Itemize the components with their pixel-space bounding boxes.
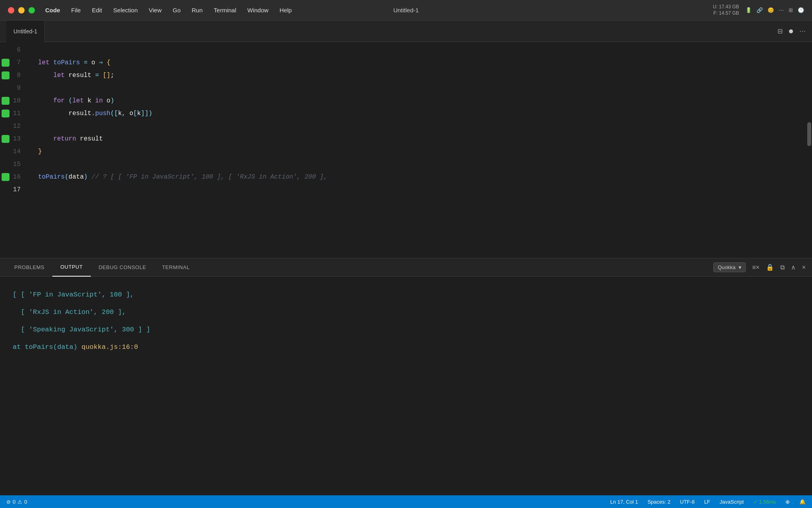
tab-debug-console[interactable]: DEBUG CONSOLE: [91, 258, 154, 277]
clock-icon[interactable]: 🕐: [798, 7, 804, 13]
menu-selection[interactable]: Selection: [113, 7, 138, 13]
cursor-position[interactable]: Ln 17, Col 1: [610, 499, 638, 505]
close-panel-icon[interactable]: ×: [802, 264, 806, 271]
menu-edit[interactable]: Edit: [92, 7, 102, 13]
panel-tab-actions: Quokka ▾ ≡× 🔒 ⧉ ∧ ×: [713, 262, 806, 272]
menu-help[interactable]: Help: [280, 7, 292, 13]
warning-icon: ⚠: [17, 499, 22, 505]
output-panel: PROBLEMS OUTPUT DEBUG CONSOLE TERMINAL Q…: [0, 258, 812, 366]
indentation[interactable]: Spaces: 2: [647, 499, 670, 505]
system-info: U: 17.43 GB F: 14.57 GB: [713, 4, 739, 16]
menu-code[interactable]: Code: [45, 7, 60, 13]
collapse-panel-icon[interactable]: ∧: [791, 264, 796, 271]
more-icon[interactable]: ⋯: [779, 7, 784, 13]
remote-icon[interactable]: ⊕: [785, 499, 790, 505]
line-number-6: 6: [10, 46, 25, 54]
output-content: [ [ 'FP in JavaScript', 100 ], [ 'RxJS i…: [0, 277, 812, 366]
menu-window[interactable]: Window: [247, 7, 268, 13]
tab-label: Untitled-1: [13, 28, 37, 35]
menu-run[interactable]: Run: [192, 7, 203, 13]
status-errors[interactable]: ⊘ 0 ⚠ 0: [6, 499, 27, 505]
line-number-12: 12: [10, 123, 25, 130]
editor-scrollbar[interactable]: [806, 42, 812, 258]
error-icon: ⊘: [6, 499, 11, 505]
breakpoint-8[interactable]: [2, 71, 10, 79]
gutter-row-9: 9: [0, 82, 35, 94]
code-line-6: [35, 44, 812, 56]
breakpoint-13[interactable]: [2, 135, 10, 143]
quokka-time: ✓ 1.56ms: [753, 499, 776, 505]
code-editor[interactable]: let toPairs = o ⇒ { let result = []; for…: [35, 42, 812, 258]
more-actions-icon[interactable]: ⋯: [799, 27, 806, 35]
gutter-row-8: 8: [0, 69, 35, 82]
line-number-10: 10: [10, 97, 25, 104]
menu-go[interactable]: Go: [173, 7, 181, 13]
editor-gutter: 6 7 8 9 10 11 12: [0, 42, 35, 258]
breakpoint-10[interactable]: [2, 97, 10, 105]
gutter-row-12: 12: [0, 120, 35, 133]
titlebar: Code File Edit Selection View Go Run Ter…: [0, 0, 812, 21]
menu-terminal[interactable]: Terminal: [214, 7, 236, 13]
lock-icon[interactable]: 🔒: [766, 264, 774, 271]
gutter-row-14: 14: [0, 145, 35, 158]
gutter-row-16: 16: [0, 171, 35, 183]
gutter-row-10: 10: [0, 94, 35, 107]
editor-tab[interactable]: Untitled-1: [6, 21, 45, 42]
code-line-12: [35, 120, 812, 133]
code-line-15: [35, 158, 812, 171]
menu-file[interactable]: File: [71, 7, 81, 13]
editor-area: 6 7 8 9 10 11 12: [0, 42, 812, 258]
line-number-13: 13: [10, 135, 25, 142]
code-line-17: [35, 183, 812, 196]
link-icon[interactable]: 🔗: [756, 7, 763, 13]
line-number-17: 17: [10, 186, 25, 193]
titlebar-right: U: 17.43 GB F: 14.57 GB 🔋 🔗 😊 ⋯ ⊞ 🕐: [713, 4, 804, 16]
code-line-13: return result: [35, 133, 812, 145]
controlcenter-icon[interactable]: ⊞: [789, 7, 793, 13]
window-title: Untitled-1: [393, 7, 419, 13]
split-editor-icon[interactable]: ⊟: [778, 27, 783, 35]
clear-output-icon[interactable]: ≡×: [752, 264, 760, 271]
breakpoint-11[interactable]: [2, 110, 10, 117]
language-mode[interactable]: JavaScript: [720, 499, 744, 505]
line-number-11: 11: [10, 110, 25, 117]
breakpoint-16[interactable]: [2, 173, 10, 181]
code-line-7: let toPairs = o ⇒ {: [35, 56, 812, 69]
line-ending[interactable]: LF: [704, 499, 710, 505]
tab-output[interactable]: OUTPUT: [52, 258, 90, 277]
panel-tab-bar: PROBLEMS OUTPUT DEBUG CONSOLE TERMINAL Q…: [0, 258, 812, 277]
maximize-button[interactable]: [29, 7, 35, 13]
face-icon[interactable]: 😊: [768, 7, 774, 13]
gutter-row-6: 6: [0, 44, 35, 56]
gutter-row-15: 15: [0, 158, 35, 171]
file-encoding[interactable]: UTF-8: [680, 499, 695, 505]
output-link[interactable]: quokka.js:16:0: [81, 343, 138, 351]
output-source-select[interactable]: Quokka ▾: [713, 262, 746, 272]
output-line-4: at toPairs(data) quokka.js:16:0: [13, 339, 799, 356]
breakpoint-7[interactable]: [2, 59, 10, 67]
output-source-label: Quokka: [718, 264, 735, 270]
minimize-button[interactable]: [18, 7, 25, 13]
close-button[interactable]: [8, 7, 14, 13]
new-window-icon[interactable]: ⧉: [780, 264, 785, 271]
code-line-10: for (let k in o): [35, 94, 812, 107]
status-right-items: Ln 17, Col 1 Spaces: 2 UTF-8 LF JavaScri…: [610, 499, 806, 505]
menu-view[interactable]: View: [149, 7, 161, 13]
scrollbar-thumb[interactable]: [807, 122, 811, 146]
system-icons: 🔋 🔗 😊 ⋯ ⊞ 🕐: [745, 7, 804, 13]
bell-icon[interactable]: 🔔: [799, 499, 806, 505]
code-line-16: toPairs(data) // ? [ [ 'FP in JavaScript…: [35, 171, 812, 183]
code-line-9: [35, 82, 812, 94]
tab-problems[interactable]: PROBLEMS: [6, 258, 52, 277]
line-number-16: 16: [10, 173, 25, 181]
line-number-15: 15: [10, 161, 25, 168]
warning-count: 0: [24, 499, 27, 505]
tab-actions: ⊟ ⋯: [778, 27, 806, 35]
gutter-row-7: 7: [0, 56, 35, 69]
tab-bar: Untitled-1 ⊟ ⋯: [0, 21, 812, 42]
gutter-row-17: 17: [0, 183, 35, 196]
tab-terminal[interactable]: TERMINAL: [154, 258, 198, 277]
menu-bar: Code File Edit Selection View Go Run Ter…: [45, 7, 292, 13]
output-line-2: [ 'RxJS in Action', 200 ],: [13, 304, 799, 321]
battery-icon[interactable]: 🔋: [745, 7, 752, 13]
